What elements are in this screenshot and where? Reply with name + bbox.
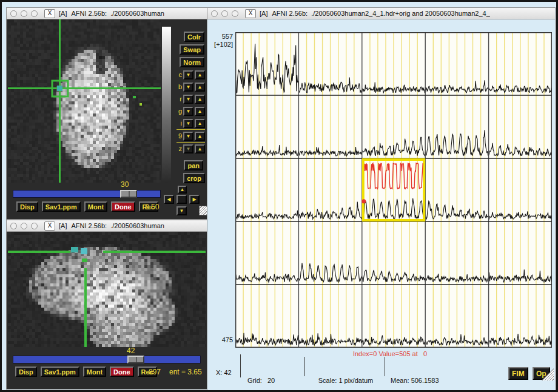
- channel-r-down-arrow[interactable]: ▼: [183, 95, 193, 104]
- crop-button[interactable]: crop: [183, 173, 205, 183]
- window-sagittal-viewer: X [A] AFNI 2.56b: ./20050603human 42 Dis…: [7, 220, 207, 389]
- channel-z-down-arrow[interactable]: ▼: [183, 144, 193, 154]
- slice-slider-handle[interactable]: [127, 356, 144, 363]
- pan-button[interactable]: pan: [184, 160, 203, 171]
- timeseries-graph-matrix[interactable]: [235, 32, 552, 348]
- scale-status: Scale: 1 pix/datum Base: Separate: [312, 358, 380, 392]
- montage-center-button[interactable]: [176, 195, 187, 204]
- slice-slider[interactable]: [13, 356, 201, 363]
- controller-label: [A]: [59, 10, 67, 17]
- image-adjust-buttons: ColrSwapNorm: [180, 32, 204, 67]
- window-control-circle[interactable]: [21, 223, 27, 229]
- controller-label: [A]: [59, 222, 67, 229]
- montage-left-arrow[interactable]: ◀: [164, 195, 174, 204]
- window-control-circle[interactable]: [21, 10, 27, 17]
- window-control-circle[interactable]: [211, 10, 218, 17]
- norm-button[interactable]: Norm: [180, 57, 204, 67]
- mont-button[interactable]: Mont: [83, 367, 106, 377]
- y-axis-top-label: 557: [211, 33, 233, 40]
- channel-c-up-arrow[interactable]: ▲: [195, 70, 205, 79]
- channel-b-down-arrow[interactable]: ▼: [183, 83, 193, 92]
- close-button[interactable]: X: [245, 9, 256, 18]
- channel-z-up-arrow[interactable]: ▲: [195, 144, 205, 154]
- axial-button-row: DispSav1.ppmMontDoneRec: [16, 201, 158, 212]
- channel-row-r: r▼▲: [176, 93, 205, 105]
- window-title: AFNI 2.56b: ./20050603human: [71, 10, 164, 17]
- status-separator: [304, 357, 305, 376]
- titlebar-sagittal: X [A] AFNI 2.56b: ./20050603human: [7, 220, 207, 232]
- titlebar-graph: X [A] AFNI 2.56b: ./20050603human2_4_1.h…: [207, 8, 555, 19]
- done-button[interactable]: Done: [111, 201, 135, 212]
- controller-label: [A]: [260, 10, 267, 17]
- disp-button[interactable]: Disp: [16, 201, 38, 212]
- slice-number-label: 42: [127, 346, 135, 355]
- channel-row-c: c▼▲: [176, 69, 205, 81]
- channel-label-b: b: [176, 83, 182, 90]
- slice-slider-handle[interactable]: [120, 190, 137, 198]
- y-axis-offset-label: [+102]: [209, 41, 233, 48]
- x-coord: X: 42: [216, 369, 232, 377]
- axial-brain-image[interactable]: [8, 19, 161, 183]
- channel-label-z: z: [176, 145, 182, 152]
- channel-b-up-arrow[interactable]: ▲: [195, 83, 205, 92]
- status-separator: [385, 357, 385, 376]
- channel-row-i: i▼▲: [176, 117, 205, 129]
- slice-number-label: 30: [121, 180, 129, 189]
- channel-i-up-arrow[interactable]: ▲: [195, 119, 205, 128]
- window-control-circle[interactable]: [10, 10, 17, 17]
- window-graph-viewer: X [A] AFNI 2.56b: ./20050603human2_4_1.h…: [207, 8, 555, 390]
- afni-desktop: X [A] AFNI 2.56b: ./20050603human ColrSw…: [0, 0, 558, 392]
- close-button[interactable]: X: [44, 221, 55, 231]
- entropy-value: ent = 3.65: [169, 368, 202, 376]
- xyz-status: X: 42 Y: 38 Z: 30: [216, 353, 232, 392]
- disp-button[interactable]: Disp: [15, 367, 37, 377]
- window-control-circle[interactable]: [221, 10, 228, 17]
- window-control-circle[interactable]: [31, 223, 38, 229]
- value-readout: Index=0 Value=505 at 0: [302, 350, 478, 357]
- channel-label-9: 9: [176, 132, 182, 140]
- channel-g-up-arrow[interactable]: ▲: [195, 107, 205, 116]
- scale-value: Scale: 1 pix/datum: [312, 376, 380, 385]
- channel-c-down-arrow[interactable]: ▼: [183, 70, 193, 79]
- channel-label-g: g: [176, 107, 182, 115]
- mont-button[interactable]: Mont: [84, 201, 107, 212]
- slice-slider[interactable]: [13, 190, 161, 198]
- y-axis-bottom-label: 475: [212, 336, 233, 343]
- sagittal-brain-image[interactable]: [8, 232, 206, 347]
- titlebar-axial: X [A] AFNI 2.56b: ./20050603human: [7, 8, 207, 19]
- sagittal-button-row: DispSav1.ppmMontDoneRec: [15, 367, 157, 377]
- montage-right-arrow[interactable]: ▶: [189, 195, 200, 204]
- channel-row-9: 9▼▲: [176, 129, 205, 142]
- swap-button[interactable]: Swap: [180, 44, 204, 55]
- status-separator: [240, 354, 241, 377]
- channel-9-up-arrow[interactable]: ▲: [195, 132, 205, 141]
- sav1ppm-button[interactable]: Sav1.ppm: [41, 367, 79, 377]
- channel-g-down-arrow[interactable]: ▼: [183, 107, 193, 116]
- channel-row-g: g▼▲: [176, 105, 205, 117]
- window-axial-viewer: X [A] AFNI 2.56b: ./20050603human ColrSw…: [7, 8, 207, 219]
- mean-value: Mean: 506.1583: [391, 376, 441, 385]
- close-button[interactable]: X: [44, 9, 55, 18]
- channel-label-i: i: [176, 120, 182, 127]
- window-title: AFNI 2.56b: ./20050603human2_4_1.hdr+ori…: [272, 10, 489, 17]
- rec-count-value: 897: [149, 368, 161, 376]
- channel-i-down-arrow[interactable]: ▼: [183, 119, 193, 128]
- channel-9-down-arrow[interactable]: ▼: [183, 132, 193, 141]
- channel-row-z: z▼▲: [176, 142, 205, 155]
- channel-label-r: r: [176, 95, 182, 103]
- colr-button[interactable]: Colr: [184, 32, 204, 42]
- channel-label-c: c: [176, 71, 182, 78]
- fim-button[interactable]: FIM: [508, 367, 528, 380]
- montage-up-arrow[interactable]: ▲: [178, 186, 187, 194]
- montage-down-arrow[interactable]: ▼: [176, 206, 187, 215]
- window-control-circle[interactable]: [232, 10, 238, 17]
- channel-r-up-arrow[interactable]: ▲: [195, 95, 205, 104]
- grid-value: Grid: 20: [247, 376, 275, 385]
- intensity-gradient-bar: [162, 27, 171, 183]
- done-button[interactable]: Done: [110, 367, 134, 377]
- window-control-circle[interactable]: [31, 10, 38, 17]
- intensity-value: 2.50: [145, 203, 159, 211]
- window-control-circle[interactable]: [10, 223, 17, 229]
- sav1ppm-button[interactable]: Sav1.ppm: [42, 201, 81, 212]
- channel-rows: c▼▲b▼▲r▼▲g▼▲i▼▲9▼▲z▼▲: [176, 69, 205, 155]
